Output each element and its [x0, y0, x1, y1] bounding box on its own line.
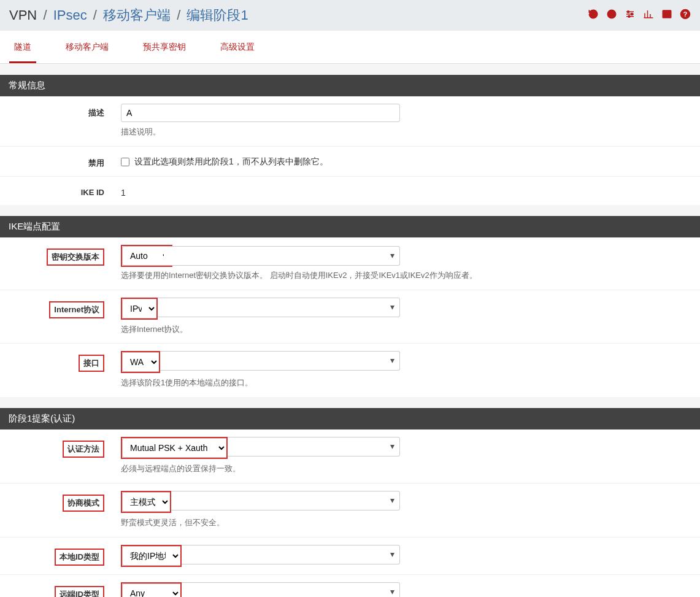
sliders-icon[interactable] [625, 9, 636, 23]
panel-phase1-header: 阶段1提案(认证) [0, 408, 700, 429]
crumb-vpn[interactable]: VPN [9, 7, 37, 23]
neg-help: 野蛮模式更灵活，但不安全。 [121, 517, 700, 530]
help-icon[interactable]: ? [680, 9, 691, 23]
breadcrumb: VPN / IPsec / 移动客户端 / 编辑阶段1 [9, 6, 248, 25]
localid-select[interactable]: 我的IP地址 [122, 546, 180, 566]
desc-help: 描述说明。 [121, 126, 700, 139]
page-header: VPN / IPsec / 移动客户端 / 编辑阶段1 ? [0, 0, 700, 31]
crumb-mobile[interactable]: 移动客户端 [103, 7, 171, 23]
ikeid-label: IKE ID [0, 184, 113, 197]
ikeid-value: 1 [121, 184, 700, 198]
iface-label: 接口 [0, 351, 113, 372]
panel-general: 常规信息 描述 描述说明。 禁用 设置此选项则禁用此阶段1，而不从列表中删除它。… [0, 75, 700, 205]
refresh-icon[interactable] [588, 9, 599, 23]
disable-checkbox[interactable] [121, 158, 129, 166]
tab-mobile[interactable]: 移动客户端 [61, 31, 113, 63]
disable-text: 设置此选项则禁用此阶段1，而不从列表中删除它。 [134, 156, 328, 168]
neg-select[interactable]: 主模式 [122, 492, 170, 512]
list-icon[interactable] [661, 9, 672, 23]
kex-help: 选择要使用的Internet密钥交换协议版本。 启动时自动使用IKEv2，并接受… [121, 269, 700, 282]
svg-point-3 [631, 13, 633, 15]
tab-psk[interactable]: 预共享密钥 [138, 31, 191, 63]
proto-select[interactable]: IPv4 [122, 299, 156, 318]
svg-rect-1 [610, 12, 613, 15]
auth-select[interactable]: Mutual PSK + Xauth [122, 438, 226, 458]
remoteid-label: 远端ID类型 [0, 582, 113, 597]
chart-icon[interactable] [643, 9, 654, 23]
auth-help: 必须与远程端点的设置保持一致。 [121, 463, 700, 476]
disable-label: 禁用 [0, 154, 113, 169]
auth-label: 认证方法 [0, 437, 113, 458]
iface-help: 选择该阶段1使用的本地端点的接口。 [121, 377, 700, 390]
tabs: 隧道 移动客户端 预共享密钥 高级设置 [0, 31, 700, 64]
desc-input[interactable] [121, 104, 400, 122]
kex-select[interactable]: Auto [122, 246, 171, 266]
header-toolbar: ? [588, 9, 691, 23]
svg-point-2 [628, 10, 629, 12]
stop-icon[interactable] [606, 9, 617, 23]
tab-tunnel[interactable]: 隧道 [9, 31, 36, 63]
proto-label: Internet协议 [0, 298, 113, 318]
crumb-ipsec[interactable]: IPsec [53, 7, 87, 23]
desc-label: 描述 [0, 104, 113, 118]
neg-label: 协商模式 [0, 491, 113, 512]
kex-label: 密钥交换版本 [0, 245, 113, 266]
panel-ike: IKE端点配置 密钥交换版本 Auto Auto ▾ 选择要使用的Interne… [0, 216, 700, 397]
svg-text:?: ? [683, 10, 687, 17]
proto-help: 选择Internet协议。 [121, 323, 700, 336]
panel-general-header: 常规信息 [0, 75, 700, 96]
tab-advanced[interactable]: 高级设置 [215, 31, 260, 63]
remoteid-select[interactable]: Any [122, 584, 180, 597]
crumb-edit[interactable]: 编辑阶段1 [187, 7, 248, 23]
svg-point-4 [628, 15, 630, 17]
panel-ike-header: IKE端点配置 [0, 216, 700, 237]
iface-select[interactable]: WAN [122, 352, 159, 372]
localid-label: 本地ID类型 [0, 545, 113, 566]
panel-phase1: 阶段1提案(认证) 认证方法 Mutual PSK + Xauth ▾ 必须与远… [0, 408, 700, 597]
